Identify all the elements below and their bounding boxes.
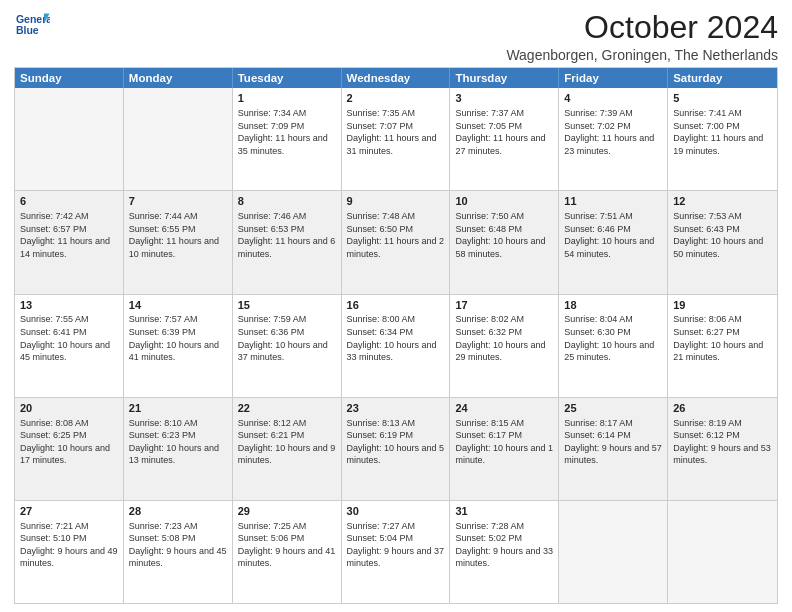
cell-info: Sunrise: 7:41 AM Sunset: 7:00 PM Dayligh… bbox=[673, 107, 772, 157]
header-cell-wednesday: Wednesday bbox=[342, 68, 451, 88]
day-number: 22 bbox=[238, 401, 336, 416]
cell-info: Sunrise: 7:57 AM Sunset: 6:39 PM Dayligh… bbox=[129, 313, 227, 363]
cell-info: Sunrise: 7:23 AM Sunset: 5:08 PM Dayligh… bbox=[129, 520, 227, 570]
cell-info: Sunrise: 8:02 AM Sunset: 6:32 PM Dayligh… bbox=[455, 313, 553, 363]
header-cell-monday: Monday bbox=[124, 68, 233, 88]
day-number: 18 bbox=[564, 298, 662, 313]
cell-info: Sunrise: 7:42 AM Sunset: 6:57 PM Dayligh… bbox=[20, 210, 118, 260]
header-cell-tuesday: Tuesday bbox=[233, 68, 342, 88]
calendar-cell: 17Sunrise: 8:02 AM Sunset: 6:32 PM Dayli… bbox=[450, 295, 559, 397]
day-number: 5 bbox=[673, 91, 772, 106]
cell-info: Sunrise: 8:10 AM Sunset: 6:23 PM Dayligh… bbox=[129, 417, 227, 467]
header-cell-thursday: Thursday bbox=[450, 68, 559, 88]
calendar-cell: 5Sunrise: 7:41 AM Sunset: 7:00 PM Daylig… bbox=[668, 88, 777, 190]
calendar-cell: 25Sunrise: 8:17 AM Sunset: 6:14 PM Dayli… bbox=[559, 398, 668, 500]
main-title: October 2024 bbox=[506, 10, 778, 45]
title-block: October 2024 Wagenborgen, Groningen, The… bbox=[506, 10, 778, 63]
cell-info: Sunrise: 7:34 AM Sunset: 7:09 PM Dayligh… bbox=[238, 107, 336, 157]
calendar-cell: 26Sunrise: 8:19 AM Sunset: 6:12 PM Dayli… bbox=[668, 398, 777, 500]
day-number: 23 bbox=[347, 401, 445, 416]
cell-info: Sunrise: 7:48 AM Sunset: 6:50 PM Dayligh… bbox=[347, 210, 445, 260]
calendar-row: 6Sunrise: 7:42 AM Sunset: 6:57 PM Daylig… bbox=[15, 191, 777, 294]
cell-info: Sunrise: 8:13 AM Sunset: 6:19 PM Dayligh… bbox=[347, 417, 445, 467]
calendar-cell: 15Sunrise: 7:59 AM Sunset: 6:36 PM Dayli… bbox=[233, 295, 342, 397]
day-number: 14 bbox=[129, 298, 227, 313]
calendar-header: SundayMondayTuesdayWednesdayThursdayFrid… bbox=[15, 68, 777, 88]
calendar-cell: 2Sunrise: 7:35 AM Sunset: 7:07 PM Daylig… bbox=[342, 88, 451, 190]
header-cell-friday: Friday bbox=[559, 68, 668, 88]
cell-info: Sunrise: 8:12 AM Sunset: 6:21 PM Dayligh… bbox=[238, 417, 336, 467]
day-number: 12 bbox=[673, 194, 772, 209]
day-number: 3 bbox=[455, 91, 553, 106]
day-number: 27 bbox=[20, 504, 118, 519]
day-number: 4 bbox=[564, 91, 662, 106]
calendar-cell: 18Sunrise: 8:04 AM Sunset: 6:30 PM Dayli… bbox=[559, 295, 668, 397]
calendar-row: 13Sunrise: 7:55 AM Sunset: 6:41 PM Dayli… bbox=[15, 295, 777, 398]
calendar-cell: 22Sunrise: 8:12 AM Sunset: 6:21 PM Dayli… bbox=[233, 398, 342, 500]
calendar-cell: 4Sunrise: 7:39 AM Sunset: 7:02 PM Daylig… bbox=[559, 88, 668, 190]
page: General Blue October 2024 Wagenborgen, G… bbox=[0, 0, 792, 612]
calendar-cell bbox=[668, 501, 777, 603]
calendar-cell: 21Sunrise: 8:10 AM Sunset: 6:23 PM Dayli… bbox=[124, 398, 233, 500]
calendar-cell: 31Sunrise: 7:28 AM Sunset: 5:02 PM Dayli… bbox=[450, 501, 559, 603]
calendar-row: 20Sunrise: 8:08 AM Sunset: 6:25 PM Dayli… bbox=[15, 398, 777, 501]
cell-info: Sunrise: 7:39 AM Sunset: 7:02 PM Dayligh… bbox=[564, 107, 662, 157]
cell-info: Sunrise: 7:37 AM Sunset: 7:05 PM Dayligh… bbox=[455, 107, 553, 157]
day-number: 13 bbox=[20, 298, 118, 313]
calendar-cell: 1Sunrise: 7:34 AM Sunset: 7:09 PM Daylig… bbox=[233, 88, 342, 190]
day-number: 25 bbox=[564, 401, 662, 416]
calendar-cell: 9Sunrise: 7:48 AM Sunset: 6:50 PM Daylig… bbox=[342, 191, 451, 293]
calendar-cell: 8Sunrise: 7:46 AM Sunset: 6:53 PM Daylig… bbox=[233, 191, 342, 293]
logo-icon: General Blue bbox=[14, 10, 50, 38]
day-number: 21 bbox=[129, 401, 227, 416]
calendar-cell: 27Sunrise: 7:21 AM Sunset: 5:10 PM Dayli… bbox=[15, 501, 124, 603]
day-number: 26 bbox=[673, 401, 772, 416]
calendar-cell: 3Sunrise: 7:37 AM Sunset: 7:05 PM Daylig… bbox=[450, 88, 559, 190]
calendar-row: 27Sunrise: 7:21 AM Sunset: 5:10 PM Dayli… bbox=[15, 501, 777, 604]
cell-info: Sunrise: 7:46 AM Sunset: 6:53 PM Dayligh… bbox=[238, 210, 336, 260]
cell-info: Sunrise: 8:08 AM Sunset: 6:25 PM Dayligh… bbox=[20, 417, 118, 467]
cell-info: Sunrise: 7:28 AM Sunset: 5:02 PM Dayligh… bbox=[455, 520, 553, 570]
header: General Blue October 2024 Wagenborgen, G… bbox=[14, 10, 778, 63]
day-number: 16 bbox=[347, 298, 445, 313]
day-number: 8 bbox=[238, 194, 336, 209]
cell-info: Sunrise: 7:51 AM Sunset: 6:46 PM Dayligh… bbox=[564, 210, 662, 260]
day-number: 11 bbox=[564, 194, 662, 209]
calendar-cell: 23Sunrise: 8:13 AM Sunset: 6:19 PM Dayli… bbox=[342, 398, 451, 500]
calendar-cell: 28Sunrise: 7:23 AM Sunset: 5:08 PM Dayli… bbox=[124, 501, 233, 603]
cell-info: Sunrise: 8:15 AM Sunset: 6:17 PM Dayligh… bbox=[455, 417, 553, 467]
calendar-cell: 13Sunrise: 7:55 AM Sunset: 6:41 PM Dayli… bbox=[15, 295, 124, 397]
day-number: 15 bbox=[238, 298, 336, 313]
calendar-cell: 24Sunrise: 8:15 AM Sunset: 6:17 PM Dayli… bbox=[450, 398, 559, 500]
cell-info: Sunrise: 8:00 AM Sunset: 6:34 PM Dayligh… bbox=[347, 313, 445, 363]
svg-text:Blue: Blue bbox=[16, 24, 39, 36]
cell-info: Sunrise: 7:53 AM Sunset: 6:43 PM Dayligh… bbox=[673, 210, 772, 260]
day-number: 19 bbox=[673, 298, 772, 313]
calendar-cell: 16Sunrise: 8:00 AM Sunset: 6:34 PM Dayli… bbox=[342, 295, 451, 397]
subtitle: Wagenborgen, Groningen, The Netherlands bbox=[506, 47, 778, 63]
cell-info: Sunrise: 8:17 AM Sunset: 6:14 PM Dayligh… bbox=[564, 417, 662, 467]
cell-info: Sunrise: 7:35 AM Sunset: 7:07 PM Dayligh… bbox=[347, 107, 445, 157]
day-number: 9 bbox=[347, 194, 445, 209]
cell-info: Sunrise: 7:59 AM Sunset: 6:36 PM Dayligh… bbox=[238, 313, 336, 363]
calendar-cell: 29Sunrise: 7:25 AM Sunset: 5:06 PM Dayli… bbox=[233, 501, 342, 603]
day-number: 6 bbox=[20, 194, 118, 209]
calendar-cell: 7Sunrise: 7:44 AM Sunset: 6:55 PM Daylig… bbox=[124, 191, 233, 293]
day-number: 1 bbox=[238, 91, 336, 106]
cell-info: Sunrise: 7:27 AM Sunset: 5:04 PM Dayligh… bbox=[347, 520, 445, 570]
calendar-cell: 30Sunrise: 7:27 AM Sunset: 5:04 PM Dayli… bbox=[342, 501, 451, 603]
day-number: 10 bbox=[455, 194, 553, 209]
day-number: 7 bbox=[129, 194, 227, 209]
cell-info: Sunrise: 7:50 AM Sunset: 6:48 PM Dayligh… bbox=[455, 210, 553, 260]
calendar-cell: 20Sunrise: 8:08 AM Sunset: 6:25 PM Dayli… bbox=[15, 398, 124, 500]
header-cell-sunday: Sunday bbox=[15, 68, 124, 88]
cell-info: Sunrise: 7:21 AM Sunset: 5:10 PM Dayligh… bbox=[20, 520, 118, 570]
calendar-cell: 6Sunrise: 7:42 AM Sunset: 6:57 PM Daylig… bbox=[15, 191, 124, 293]
day-number: 2 bbox=[347, 91, 445, 106]
calendar: SundayMondayTuesdayWednesdayThursdayFrid… bbox=[14, 67, 778, 604]
logo: General Blue bbox=[14, 10, 50, 38]
day-number: 17 bbox=[455, 298, 553, 313]
calendar-cell: 10Sunrise: 7:50 AM Sunset: 6:48 PM Dayli… bbox=[450, 191, 559, 293]
calendar-row: 1Sunrise: 7:34 AM Sunset: 7:09 PM Daylig… bbox=[15, 88, 777, 191]
cell-info: Sunrise: 7:44 AM Sunset: 6:55 PM Dayligh… bbox=[129, 210, 227, 260]
